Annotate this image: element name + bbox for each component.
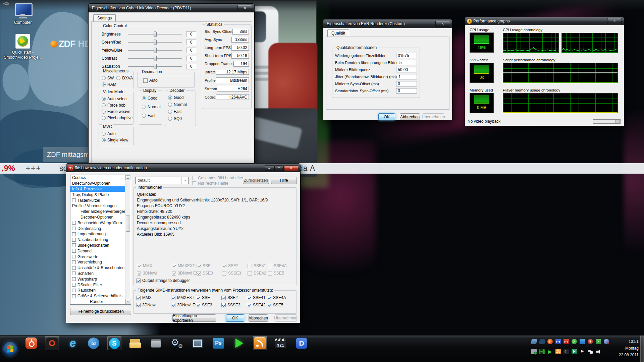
tab-qualitaet[interactable]: Qualität	[327, 29, 349, 37]
taskbar-app-button[interactable]: D	[294, 336, 309, 350]
apply-button[interactable]: Übernehmen	[423, 113, 444, 120]
tray-icon[interactable]	[531, 349, 537, 354]
simd-checkbox[interactable]: 3DNow! Ext	[171, 303, 196, 307]
export-settings-button[interactable]: Einstellungen exportieren	[172, 314, 216, 322]
taskbar-app-button[interactable]: 321	[274, 336, 288, 350]
tab-settings[interactable]: Settings	[93, 14, 116, 21]
tray-icon[interactable]: ☾	[564, 349, 569, 354]
maximize-icon[interactable]: □	[274, 165, 284, 171]
tray-icon[interactable]	[580, 339, 585, 344]
checkbox-icon[interactable]	[247, 296, 251, 300]
tree-item[interactable]: Tastenkürzel	[70, 197, 125, 203]
radio-option[interactable]: Auto	[102, 130, 133, 137]
slider[interactable]	[128, 55, 182, 61]
slider-thumb[interactable]	[154, 32, 157, 37]
tree-item[interactable]: Logoentfernung	[70, 231, 125, 237]
taskbar-app-button[interactable]: Ps	[211, 336, 225, 350]
slider[interactable]	[128, 63, 182, 69]
tree-item[interactable]: Bildeigenschaften	[70, 243, 125, 248]
checkbox-icon[interactable]	[221, 296, 226, 300]
scrollbar[interactable]: ▲ ▼	[125, 175, 130, 304]
cancel-button[interactable]: Abbrechen	[400, 113, 420, 120]
desktop-icon-computer[interactable]: Computer	[3, 3, 42, 25]
tray-icon[interactable]: ✓	[596, 339, 601, 344]
desktop-icon-svp-quickstart[interactable]: Quick start - SmoothVideo Proje...	[3, 34, 42, 60]
slider[interactable]	[128, 31, 182, 37]
taskbar-app-button[interactable]	[87, 336, 101, 350]
tree-item[interactable]: Einstellungen	[70, 304, 125, 305]
radio-option[interactable]: Pixel-adaptive	[102, 115, 133, 121]
checkbox-icon[interactable]	[136, 296, 141, 300]
tray-icon[interactable]: ✱	[588, 339, 593, 344]
simd-checkbox[interactable]: SSE42	[247, 303, 267, 307]
titlebar[interactable]: Eigenschaften von EVR Renderer (Custom) …	[323, 19, 452, 28]
taskbar-app-button[interactable]	[253, 336, 267, 350]
taskbar-app-button[interactable]	[24, 336, 38, 350]
right-half-checkbox[interactable]: Nur rechte Hälfte	[192, 181, 228, 186]
radio-option[interactable]: SQ0	[168, 115, 196, 122]
simd-checkbox[interactable]: MMX	[136, 295, 171, 300]
simd-checkbox[interactable]: SSSE3	[221, 303, 247, 307]
checkbox-icon[interactable]	[267, 296, 271, 300]
close-icon[interactable]: ×	[284, 165, 298, 171]
tray-icon[interactable]: ✓	[572, 339, 577, 344]
titlebar[interactable]: Eigenschaften von CyberLink Video Decode…	[89, 4, 254, 12]
checkbox-icon[interactable]	[143, 78, 148, 83]
tree-item[interactable]: Größe & Seitenverhältnis	[70, 293, 125, 299]
slider-thumb[interactable]	[154, 48, 157, 53]
checkbox-icon[interactable]	[196, 296, 200, 300]
checkbox-icon[interactable]	[72, 249, 76, 253]
whole-image-checkbox[interactable]: Gesamtes Bild bearbeiten	[192, 176, 244, 180]
checkbox-icon[interactable]	[72, 227, 76, 230]
tray-icon[interactable]: H	[572, 349, 577, 354]
simd-checkbox[interactable]: SSE3	[196, 303, 221, 307]
tree-item[interactable]: Deinterlacing	[70, 226, 125, 231]
tray-icon[interactable]	[596, 349, 601, 354]
tray-icon[interactable]: ▶	[547, 349, 553, 354]
checkbox-icon[interactable]	[247, 303, 251, 307]
chevron-down-icon[interactable]: ▼	[181, 177, 186, 184]
checkbox-icon[interactable]	[136, 303, 141, 307]
checkbox-icon[interactable]	[72, 243, 76, 247]
tree-item[interactable]: Verschiebung	[70, 259, 125, 265]
tree-item[interactable]: Beschneiden/Vergrößern	[70, 220, 125, 226]
preset-dropdown[interactable]: default ▼	[135, 177, 189, 184]
simd-checkbox[interactable]: SSE2	[221, 295, 247, 300]
checkbox-icon[interactable]	[136, 279, 141, 283]
tree-item[interactable]: Info & Prozessor	[70, 186, 125, 192]
checkbox-icon[interactable]	[171, 303, 175, 307]
tree-item[interactable]: Grenzwerte	[70, 254, 125, 259]
checkbox-icon[interactable]	[72, 232, 76, 236]
tree-item[interactable]: Warpsharp	[70, 276, 125, 282]
tray-icon[interactable]	[539, 349, 545, 354]
reset-button[interactable]: Zurücksetzen	[243, 177, 269, 184]
checkbox-icon[interactable]	[192, 181, 196, 185]
tree-item[interactable]: Ränder	[70, 299, 125, 305]
checkbox-icon[interactable]	[72, 221, 76, 225]
radio-option[interactable]: Fast	[142, 112, 162, 119]
radio-option[interactable]: Fast	[168, 108, 196, 115]
tray-icon[interactable]: FFa	[555, 339, 561, 344]
taskbar-app-button[interactable]	[149, 336, 163, 350]
tray-icon[interactable]	[531, 339, 537, 344]
reset-order-button[interactable]: Reihenfolge zurücksetzen	[70, 308, 131, 315]
tree-item[interactable]: Nachbearbeitung	[70, 237, 125, 243]
ok-button[interactable]: OK	[378, 113, 395, 120]
checkbox-icon[interactable]	[267, 303, 271, 307]
tray-icon[interactable]	[604, 339, 609, 344]
radio-option[interactable]: DXVA	[116, 75, 133, 81]
tree-item[interactable]: DirectShow-Optionen	[70, 181, 125, 186]
taskbar-app-button[interactable]: S	[107, 336, 121, 350]
taskbar-app-button[interactable]	[191, 336, 205, 350]
slider[interactable]	[128, 39, 182, 45]
tree-item[interactable]: Deband	[70, 248, 125, 254]
taskbar-app-button[interactable]: O	[45, 336, 59, 350]
tray-icon[interactable]	[539, 339, 545, 344]
scroll-down-icon[interactable]: ▼	[125, 299, 130, 304]
checkbox-icon[interactable]	[171, 296, 175, 300]
titlebar[interactable]: FFv ffdshow raw video decoder configurat…	[66, 164, 300, 172]
checkbox-icon[interactable]	[196, 303, 200, 307]
tray-icon[interactable]: ⚑	[580, 349, 585, 354]
slider[interactable]	[128, 47, 182, 53]
radio-option[interactable]: Single View	[102, 137, 133, 143]
